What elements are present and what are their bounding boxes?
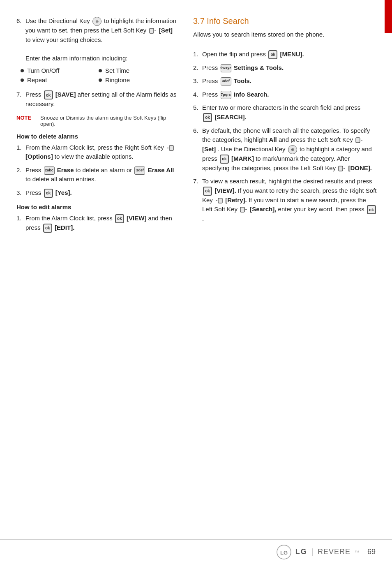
right-step-2-num: 2. bbox=[193, 63, 202, 73]
bullet-label-set-time: Set Time bbox=[105, 67, 129, 74]
right-step-4-infosearch: Info Search. bbox=[234, 91, 269, 98]
delete-step-3-yes: [Yes]. bbox=[55, 189, 72, 196]
right-step-7: 7. To view a search result, highlight th… bbox=[193, 177, 378, 224]
directional-key-icon-2: ⊕ bbox=[288, 145, 297, 154]
delete-step-1-content: From the Alarm Clock list, press the Rig… bbox=[25, 143, 177, 162]
ok-icon-final: ok bbox=[367, 205, 376, 214]
footer-page-number: 69 bbox=[367, 548, 376, 556]
delete-step-3-num: 3. bbox=[16, 188, 25, 198]
step-7-content: Press ok [SAVE] after setting all of the… bbox=[25, 90, 177, 109]
right-softkey-icon-2 bbox=[215, 197, 223, 204]
left-softkey-icon-3 bbox=[338, 165, 346, 172]
step-7-num: 7. bbox=[16, 90, 25, 109]
right-step-3-press: Press bbox=[202, 77, 220, 84]
step-6-set-label: [Set] bbox=[159, 27, 173, 34]
right-step-2-settings: Settings & Tools. bbox=[234, 64, 284, 71]
right-step-2: 2. Press 9wxyz Settings & Tools. bbox=[193, 63, 378, 73]
right-step-3-num: 3. bbox=[193, 76, 202, 86]
step-7-press: Press bbox=[25, 91, 41, 98]
ok-icon-step7: ok bbox=[44, 90, 53, 99]
step-6-text1: Use the Directional Key bbox=[25, 17, 90, 24]
section-intro: Allows you to search items stored on the… bbox=[193, 30, 378, 39]
edit-step-1-edit: [EDIT]. bbox=[55, 224, 74, 231]
bullet-dot-4 bbox=[99, 79, 102, 82]
delete-step-1-num: 1. bbox=[16, 143, 25, 162]
edit-alarms-heading: How to edit alarms bbox=[16, 203, 177, 210]
delete-step-2-press: Press bbox=[25, 166, 43, 173]
footer-model-text: REVERE bbox=[318, 548, 350, 556]
right-step-1-menu: [MENU]. bbox=[280, 51, 304, 58]
ok-icon-edit: ok bbox=[43, 224, 52, 233]
ok-icon-view2: ok bbox=[203, 187, 212, 196]
left-column: 6. Use the Directional Key ⊕ to highligh… bbox=[16, 16, 189, 523]
right-step-3-tools: Tools. bbox=[234, 77, 251, 84]
delete-step-2-num: 2. bbox=[16, 166, 25, 184]
right-step-7-text4: enter your key word, then press bbox=[278, 206, 366, 213]
bullet-item-set-time: Set Time bbox=[99, 67, 177, 74]
note-label: NOTE bbox=[16, 115, 37, 127]
right-step-7-period: . bbox=[202, 215, 204, 222]
right-step-5-text: Enter two or more characters in the sear… bbox=[202, 104, 360, 111]
edit-step-1-view: [VIEW] bbox=[127, 215, 146, 222]
right-step-2-content: Press 9wxyz Settings & Tools. bbox=[202, 63, 378, 73]
right-step-4-content: Press 7pqrs Info Search. bbox=[202, 90, 378, 99]
left-softkey-icon bbox=[149, 27, 157, 35]
right-step-6: 6. By default, the phone will search all… bbox=[193, 126, 378, 173]
key-7pqrs-icon: 7pqrs bbox=[221, 91, 231, 99]
right-step-4-press: Press bbox=[202, 91, 220, 98]
bullet-list: Turn On/Off Set Time Repeat Ringtone bbox=[21, 67, 177, 86]
footer-brand-text: LG bbox=[295, 548, 307, 556]
step-6-content: Use the Directional Key ⊕ to highlight t… bbox=[25, 16, 177, 63]
bullet-label-repeat: Repeat bbox=[27, 76, 47, 83]
bullet-dot-2 bbox=[99, 69, 102, 72]
left-softkey-icon-4 bbox=[240, 206, 247, 213]
footer: LG LG | REVERE ™ 69 bbox=[0, 539, 392, 564]
key-9wxyz-icon: 9wxyz bbox=[221, 64, 231, 72]
right-step-7-text1: To view a search result, highlight the d… bbox=[202, 178, 372, 185]
delete-step-2-eraseall: Erase All bbox=[148, 166, 174, 173]
right-softkey-icon bbox=[166, 144, 174, 152]
svg-rect-2 bbox=[169, 146, 173, 150]
right-step-6-set: [Set] bbox=[202, 146, 216, 153]
lg-logo-icon: LG bbox=[277, 545, 291, 559]
right-step-6-num: 6. bbox=[193, 126, 202, 173]
key-3def-r-icon: 3def bbox=[221, 77, 231, 86]
red-tab bbox=[385, 0, 392, 33]
delete-step-1: 1. From the Alarm Clock list, press the … bbox=[16, 143, 177, 162]
delete-step-3: 3. Press ok [Yes]. bbox=[16, 188, 177, 198]
right-step-7-content: To view a search result, highlight the d… bbox=[202, 177, 378, 224]
ok-icon-mark: ok bbox=[220, 155, 229, 164]
edit-step-1-text: From the Alarm Clock list, press bbox=[25, 215, 114, 222]
right-column: 3.7 Info Search Allows you to search ite… bbox=[189, 16, 378, 523]
bullet-item-ringtone: Ringtone bbox=[99, 76, 177, 83]
step-6-num: 6. bbox=[16, 16, 25, 63]
step-6-text4: Enter the alarm information including: bbox=[25, 55, 127, 62]
key-2abc-icon: 2abc bbox=[44, 166, 55, 175]
right-step-5-content: Enter two or more characters in the sear… bbox=[202, 103, 378, 122]
svg-rect-4 bbox=[356, 138, 360, 143]
footer-separator: | bbox=[311, 547, 314, 557]
right-step-7-view: [VIEW]. bbox=[214, 187, 236, 194]
right-step-1-text: Open the flip and press bbox=[202, 51, 267, 58]
bullet-item-turn-onoff: Turn On/Off bbox=[21, 67, 99, 74]
note-text: Snooze or Dismiss the alarm using the So… bbox=[40, 115, 177, 127]
bullet-item-repeat: Repeat bbox=[21, 76, 99, 83]
right-step-7-num: 7. bbox=[193, 177, 202, 224]
right-step-7-searchbtn: [Search], bbox=[250, 206, 276, 213]
key-3def-icon: 3def bbox=[134, 166, 145, 175]
left-softkey-icon-2 bbox=[355, 136, 363, 144]
right-step-6-text2: and press the Left Soft Key bbox=[279, 136, 355, 143]
right-step-5-num: 5. bbox=[193, 103, 202, 122]
step-6: 6. Use the Directional Key ⊕ to highligh… bbox=[16, 16, 177, 63]
footer-logo: LG LG | REVERE ™ bbox=[277, 545, 359, 559]
delete-step-3-content: Press ok [Yes]. bbox=[25, 188, 177, 198]
right-step-6-done: [DONE]. bbox=[348, 164, 372, 171]
ok-icon-view: ok bbox=[115, 214, 124, 223]
right-step-1: 1. Open the flip and press ok [MENU]. bbox=[193, 50, 378, 59]
step-7-save: [SAVE] bbox=[55, 91, 76, 98]
right-step-2-press: Press bbox=[202, 64, 220, 71]
edit-step-1-num: 1. bbox=[16, 214, 25, 233]
delete-alarms-heading: How to delete alarms bbox=[16, 133, 177, 140]
delete-step-1-options: [Options] bbox=[25, 153, 53, 160]
right-step-1-num: 1. bbox=[193, 50, 202, 59]
